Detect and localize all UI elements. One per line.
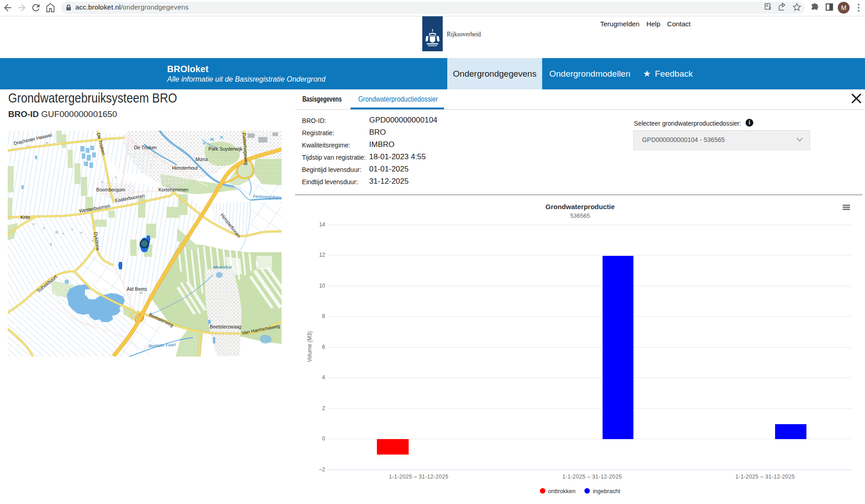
svg-text:Beetsterzwaag: Beetsterzwaag bbox=[210, 324, 242, 329]
svg-text:Morra: Morra bbox=[195, 157, 208, 162]
svg-text:Himsterhout: Himsterhout bbox=[172, 165, 198, 171]
svg-text:Boornbergum: Boornbergum bbox=[96, 187, 125, 192]
svg-text:Krite: Krite bbox=[20, 215, 30, 220]
svg-text:G: G bbox=[766, 4, 769, 8]
svg-text:Ald Beets: Ald Beets bbox=[127, 286, 147, 292]
svg-text:Mearsleat: Mearsleat bbox=[213, 264, 232, 269]
svg-text:De Trisken: De Trisken bbox=[134, 145, 157, 150]
svg-text:Park Suyderwijk: Park Suyderwijk bbox=[208, 146, 243, 152]
svg-text:Kortehemmen: Kortehemmen bbox=[158, 187, 188, 192]
